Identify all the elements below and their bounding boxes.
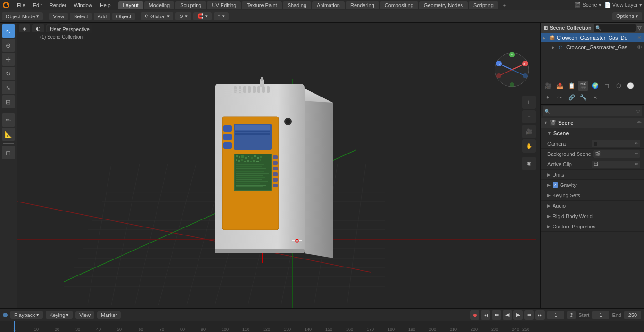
viewport-display-button[interactable]: ◈ (19, 24, 30, 32)
end-frame-input[interactable]: 250 (624, 311, 641, 319)
mesh-tab[interactable]: ⬡ (613, 81, 624, 91)
modifier-tab[interactable]: 🔧 (578, 92, 588, 103)
scene-dropdown[interactable]: 🎬 Scene ▾ (574, 2, 601, 8)
transform-global[interactable]: ⟳ Global ▾ (141, 12, 173, 20)
world-tab[interactable]: 🌍 (590, 81, 600, 91)
shader-tab[interactable]: ☀ (590, 92, 600, 103)
add-workspace-button[interactable]: + (499, 1, 510, 9)
audio-section[interactable]: ▶ Audio (541, 201, 644, 211)
tab-rendering[interactable]: Rendering (346, 1, 379, 9)
playback-menu[interactable]: Playback ▾ (10, 311, 43, 319)
timeline-playhead[interactable] (14, 321, 15, 332)
menu-render[interactable]: Render (46, 1, 70, 9)
scene-tab[interactable]: 🎬 (578, 81, 588, 91)
keying-menu[interactable]: Keying ▾ (46, 311, 73, 319)
tab-sculpting[interactable]: Sculpting (175, 1, 206, 9)
physics-tab[interactable]: 〜 (554, 92, 565, 103)
timeline-view-menu[interactable]: View (75, 311, 94, 319)
add-menu[interactable]: Add (94, 13, 111, 20)
active-clip-field[interactable]: 🎞 ✏ (592, 161, 640, 168)
view-menu[interactable]: View (49, 13, 68, 20)
measure-tool-button[interactable]: 📐 (2, 128, 15, 141)
outliner-row[interactable]: ▸ 📦 Crowcon_Gasmaster_Gas_De 👁 (541, 33, 644, 42)
camera-view-button[interactable]: 🎥 (522, 125, 536, 138)
menu-file[interactable]: File (13, 1, 29, 9)
proportional-edit[interactable]: ○ ▾ (214, 12, 229, 20)
add-cube-button[interactable]: ◻ (2, 146, 15, 159)
units-section[interactable]: ▶ Units (541, 170, 644, 180)
prop-search-filter[interactable]: ▽ (636, 109, 640, 114)
clip-edit-icon[interactable]: ✏ (635, 162, 638, 167)
camera-edit-icon[interactable]: ✏ (635, 141, 638, 146)
scene-section-header[interactable]: ▼ 🎬 Scene ✏ (541, 118, 644, 128)
jump-to-start-button[interactable]: ⏮ (481, 310, 490, 320)
play-button[interactable]: ▶ (513, 310, 523, 320)
options-button[interactable]: Options ▾ (612, 12, 642, 20)
cursor-tool-button[interactable]: ⊕ (2, 39, 15, 52)
tab-layout[interactable]: Layout (118, 1, 143, 9)
timeline-marker-menu[interactable]: Marker (97, 311, 121, 319)
frame-rate-indicator[interactable]: ⏱ (567, 311, 576, 319)
view-layer-dropdown[interactable]: 📄 View Layer ▾ (604, 2, 642, 8)
keying-sets-section[interactable]: ▶ Keying Sets (541, 190, 644, 201)
play-reverse-button[interactable]: ◀ (503, 310, 512, 320)
scene-sub-header[interactable]: ▼ Scene (541, 128, 644, 138)
tab-modeling[interactable]: Modeling (144, 1, 175, 9)
viewport-render-button[interactable]: ◐ (32, 24, 44, 32)
render-tab[interactable]: 🎥 (543, 81, 553, 91)
step-back-button[interactable]: ⬅ (492, 310, 501, 320)
object-mode-selector[interactable]: Object Mode ▾ (2, 12, 43, 20)
custom-properties-section[interactable]: ▶ Custom Properties (541, 221, 644, 232)
scale-tool-button[interactable]: ⤡ (2, 81, 15, 94)
outliner-row[interactable]: ▸ ⬡ Crowcon_Gasmaster_Gas 👁 (541, 42, 644, 52)
properties-search[interactable]: 🔍 ▽ (543, 106, 642, 116)
bg-scene-edit-icon[interactable]: ✏ (635, 151, 638, 156)
record-button[interactable]: ⏺ (470, 310, 479, 320)
object-menu[interactable]: Object (112, 13, 135, 20)
visibility-icon-2[interactable]: 👁 (637, 44, 642, 50)
tab-shading[interactable]: Shading (283, 1, 311, 9)
annotate-tool-button[interactable]: ✏ (2, 113, 15, 127)
tab-compositing[interactable]: Compositing (380, 1, 418, 9)
transform-tool-button[interactable]: ⊞ (2, 95, 15, 108)
zoom-in-button[interactable]: + (522, 96, 536, 109)
timeline-ruler[interactable]: 1 10 20 30 40 50 60 70 80 90 100 110 120… (0, 321, 644, 332)
zoom-out-button[interactable]: − (522, 110, 536, 123)
tab-uv-editing[interactable]: UV Editing (207, 1, 241, 9)
menu-help[interactable]: Help (96, 1, 115, 9)
material-tab[interactable]: ⚪ (625, 81, 636, 91)
rotate-tool-button[interactable]: ↻ (2, 67, 15, 80)
outliner-filter-icon[interactable]: ▽ (637, 25, 641, 31)
outliner-search[interactable]: 🔍 (594, 24, 636, 32)
select-menu[interactable]: Select (70, 13, 92, 20)
visibility-icon[interactable]: 👁 (637, 35, 642, 40)
menu-window[interactable]: Window (70, 1, 96, 9)
3d-viewport[interactable]: ◈ ◐ ⊕ ✦ User Perspective (1) Scene Colle… (17, 23, 540, 308)
object-tab[interactable]: ◻ (602, 81, 612, 91)
camera-field[interactable]: ✏ (592, 140, 640, 147)
tab-texture-paint[interactable]: Texture Paint (242, 1, 281, 9)
background-scene-field[interactable]: 🎬 ✏ (593, 150, 640, 158)
particles-tab[interactable]: ✦ (543, 92, 553, 103)
select-tool-button[interactable]: ↖ (2, 24, 15, 38)
move-tool-button[interactable]: ✛ (2, 53, 15, 66)
view-layer-tab[interactable]: 📋 (566, 81, 577, 91)
scene-props-icon[interactable]: ✏ (637, 120, 641, 125)
jump-to-end-button[interactable]: ⏭ (535, 310, 545, 320)
navigation-gizmo[interactable]: X Y Z (493, 51, 531, 89)
snap-toggle[interactable]: 🧲 ▾ (193, 12, 212, 20)
pan-button[interactable]: ✋ (522, 139, 536, 153)
tab-scripting[interactable]: Scripting (469, 1, 498, 9)
start-frame-input[interactable]: 1 (592, 311, 609, 319)
local-view-button[interactable]: ◉ (522, 157, 536, 170)
gravity-section[interactable]: ▶ ✓ Gravity (541, 180, 644, 190)
step-forward-button[interactable]: ➡ (524, 310, 534, 320)
tab-geometry-nodes[interactable]: Geometry Nodes (419, 1, 468, 9)
current-frame-input[interactable]: 1 (547, 311, 564, 319)
output-tab[interactable]: 📤 (554, 81, 565, 91)
tab-animation[interactable]: Animation (312, 1, 345, 9)
rigid-body-section[interactable]: ▶ Rigid Body World (541, 211, 644, 221)
constraints-tab[interactable]: 🔗 (566, 92, 577, 103)
pivot-point[interactable]: ⊙ ▾ (175, 12, 191, 20)
menu-edit[interactable]: Edit (29, 1, 46, 9)
